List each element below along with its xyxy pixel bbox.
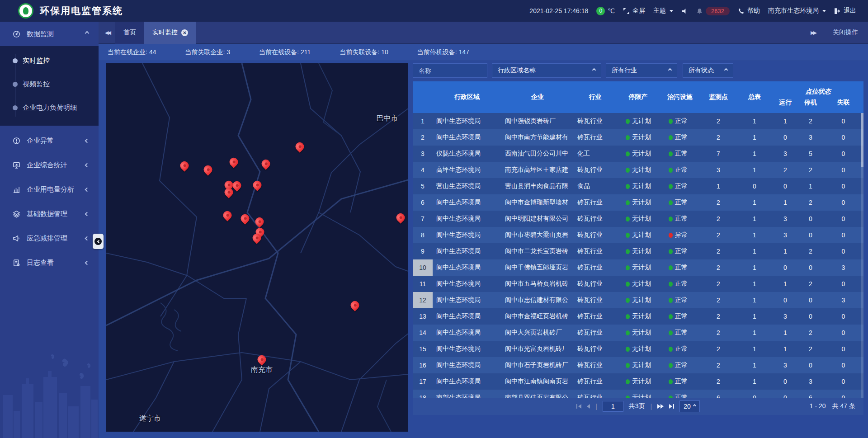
tab-realtime-monitoring[interactable]: 实时监控 ✕ (144, 22, 196, 44)
name-filter-input[interactable] (419, 67, 481, 74)
table-row[interactable]: 1阆中生态环境局阆中强锐页岩砖厂砖瓦行业无计划正常21120 (413, 113, 863, 129)
table-row[interactable]: 11阆中生态环境局阆中市五马桥页岩机砖砖瓦行业无计划正常21120 (413, 276, 863, 292)
org-menu-button[interactable]: 南充市生态环境局 (768, 7, 826, 15)
status-filter-select[interactable]: 所有状态 (683, 63, 733, 78)
cell-stopped-count: 2 (798, 276, 823, 292)
cell-industry: 砖瓦行业 (574, 308, 617, 325)
table-row[interactable]: 18南部生态环境局南部县双佳页岩有限公砖瓦行业无计划正常60060 (413, 390, 863, 398)
page-size-select[interactable]: 20 (679, 400, 700, 412)
cell-industry: 砖瓦行业 (574, 373, 617, 390)
table-row[interactable]: 3仪陇生态环境局西南油气田分公司川中化工无计划正常71350 (413, 146, 863, 162)
sidebar-item-base-data[interactable]: 基础数据管理 (0, 202, 99, 226)
cell-treatment-status: 正常 (660, 178, 700, 194)
cell-offline-count: 3 (823, 292, 863, 308)
stat-offline-enterprises: 当前失联企业:3 (185, 48, 230, 57)
table-row[interactable]: 2阆中生态环境局阆中市南方节能建材有砖瓦行业无计划正常21030 (413, 129, 863, 146)
tabs-scroll-right-button[interactable]: ▶▶ (811, 30, 816, 36)
cell-running-count: 1 (773, 325, 798, 341)
cell-enterprise: 阆中市石子页岩机砖厂 (501, 357, 574, 373)
sidebar-item-enterprise-statistics[interactable]: 企业综合统计 (0, 153, 99, 177)
sidebar-item-power-analysis[interactable]: 企业用电量分析 (0, 177, 99, 202)
sidebar-item-power-load-detail[interactable]: 企业电力负荷明细 (0, 96, 99, 119)
cell-meter-count: 1 (736, 292, 773, 308)
industry-filter-select[interactable]: 所有行业 (606, 63, 677, 78)
status-dot-green (626, 151, 630, 156)
map-roads-layer (106, 63, 408, 432)
table-row[interactable]: 10阆中生态环境局阆中千佛镇五郎垭页岩砖瓦行业无计划正常21003 (413, 259, 863, 276)
sidebar-item-data-monitoring[interactable]: 数据监测 (0, 22, 99, 46)
stat-online-enterprises: 当前在线企业:44 (108, 48, 156, 57)
top-header: 环保用电监管系统 2021-02-25 17:46:18 0 ℃ 全屏 主题 2… (0, 0, 868, 22)
sidebar-item-emission-reduction[interactable]: 应急减排管理 (0, 226, 99, 250)
map-panel[interactable]: 巴中市南充市遂宁市 (106, 63, 408, 432)
status-dot-red (669, 233, 673, 238)
cell-running-count: 3 (773, 308, 798, 325)
cell-treatment-status: 异常 (660, 227, 700, 243)
col-meter: 总表 (736, 81, 773, 113)
status-dot-green (626, 347, 630, 352)
sidebar-item-video-monitoring[interactable]: 视频监控 (0, 72, 99, 96)
status-dot-green (669, 363, 673, 368)
table-row[interactable]: 13阆中生态环境局阆中市金福旺页岩机砖砖瓦行业无计划正常21300 (413, 308, 863, 325)
cell-monitor-points: 2 (700, 357, 736, 373)
cell-offline-count: 0 (823, 113, 863, 129)
logout-button[interactable]: 退出 (834, 7, 856, 15)
theme-menu-button[interactable]: 主题 (653, 7, 673, 15)
cell-offline-count: 0 (823, 146, 863, 162)
table-row[interactable]: 6阆中生态环境局阆中市金博瑞新型墙材砖瓦行业无计划正常21120 (413, 194, 863, 211)
cell-running-count: 1 (773, 113, 798, 129)
prev-page-button[interactable] (587, 404, 590, 409)
cell-monitor-points: 2 (700, 227, 736, 243)
table-row[interactable]: 4高坪生态环境局南充市高坪区王家店建砖瓦行业无计划正常31220 (413, 162, 863, 178)
cell-row-number: 11 (413, 276, 433, 292)
sidebar-item-enterprise-abnormal[interactable]: 企业异常 (0, 128, 99, 153)
fullscreen-button[interactable]: 全屏 (623, 7, 645, 15)
last-page-button[interactable] (669, 404, 674, 409)
table-row[interactable]: 7阆中生态环境局阆中明阳建材有限公司砖瓦行业无计划正常21300 (413, 211, 863, 227)
sidebar: 数据监测 实时监控 视频监控 企业电力负荷明细 企业异常 企业综合统计 企业用电… (0, 22, 99, 438)
cell-monitor-points: 2 (700, 276, 736, 292)
cell-production-status: 无计划 (617, 390, 660, 398)
sidebar-item-log-view[interactable]: 日志查看 (0, 250, 99, 275)
cell-treatment-status: 正常 (660, 390, 700, 398)
next-page-button[interactable] (657, 404, 664, 409)
cell-enterprise: 阆中明阳建材有限公司 (501, 211, 574, 227)
cell-stopped-count: 2 (798, 113, 823, 129)
table-row[interactable]: 8阆中生态环境局阆中市枣碧大梁山页岩砖瓦行业无计划异常21300 (413, 227, 863, 243)
cell-monitor-points: 2 (700, 373, 736, 390)
speaker-icon[interactable] (681, 8, 688, 14)
table-row[interactable]: 15阆中生态环境局阆中市光富页岩机砖厂砖瓦行业无计划正常21120 (413, 341, 863, 357)
help-button[interactable]: 帮助 (738, 7, 760, 15)
col-points: 监测点 (700, 81, 736, 113)
cell-region: 阆中生态环境局 (433, 243, 501, 259)
cell-row-number: 17 (413, 373, 433, 390)
cell-stopped-count: 1 (798, 178, 823, 194)
close-operations-button[interactable]: 关闭操作 (833, 28, 858, 37)
notification-button[interactable]: 2632 (696, 7, 730, 15)
table-row[interactable]: 14阆中生态环境局阆中大兴页岩机砖厂砖瓦行业无计划正常21120 (413, 325, 863, 341)
status-dot-green (669, 379, 673, 384)
cell-monitor-points: 2 (700, 259, 736, 276)
cell-stopped-count: 2 (798, 162, 823, 178)
table-row[interactable]: 5营山生态环境局营山县润丰肉食品有限食品无计划正常10010 (413, 178, 863, 194)
tab-home[interactable]: 首页 (115, 22, 144, 44)
cell-meter-count: 1 (736, 259, 773, 276)
table-scrollbar[interactable] (861, 113, 863, 398)
page-number-input[interactable] (603, 401, 623, 412)
table-row[interactable]: 12阆中生态环境局阆中市忠信建材有限公砖瓦行业无计划正常21003 (413, 292, 863, 308)
table-row[interactable]: 9阆中生态环境局阆中市二龙长宝页岩砖砖瓦行业无计划正常21120 (413, 243, 863, 259)
region-filter-select[interactable]: 行政区域名称 (492, 63, 601, 78)
sidebar-collapse-button[interactable] (93, 234, 104, 249)
status-dot-green (669, 298, 673, 303)
table-row[interactable]: 17阆中生态环境局阆中市江南镇阆南页岩砖瓦行业无计划正常21030 (413, 373, 863, 390)
status-dot-green (626, 379, 630, 384)
cell-treatment-status: 正常 (660, 194, 700, 211)
tab-close-icon[interactable]: ✕ (181, 29, 188, 36)
col-index (413, 81, 433, 113)
cell-running-count: 0 (773, 292, 798, 308)
table-row[interactable]: 16阆中生态环境局阆中市石子页岩机砖厂砖瓦行业无计划正常21300 (413, 357, 863, 373)
cell-offline-count: 0 (823, 129, 863, 146)
tabs-scroll-left-button[interactable]: ◀◀ (105, 30, 110, 36)
first-page-button[interactable] (576, 404, 581, 409)
sidebar-item-realtime-monitoring[interactable]: 实时监控 (0, 49, 99, 72)
